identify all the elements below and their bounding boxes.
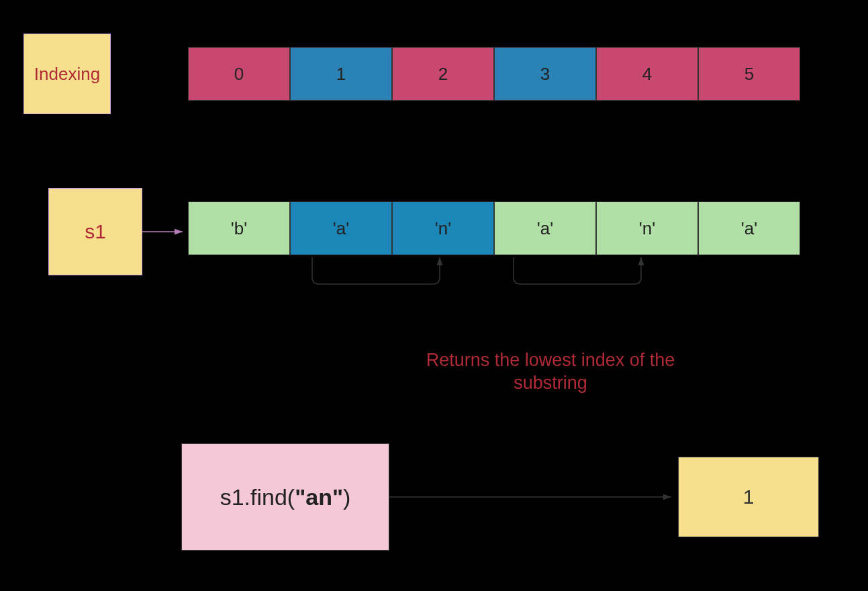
s1-label: s1: [48, 188, 142, 275]
result-box: 1: [678, 457, 819, 537]
index-cell-3: 3: [494, 47, 596, 101]
index-row: 0 1 2 3 4 5: [188, 47, 800, 101]
arrow-find-to-result: [389, 490, 678, 504]
arrow-s1-to-chars: [142, 225, 189, 238]
index-cell-2: 2: [392, 47, 494, 101]
char-cell-3: 'a': [494, 201, 596, 255]
char-cell-0: 'b': [188, 201, 290, 255]
char-cell-4: 'n': [596, 201, 698, 255]
index-cell-5: 5: [698, 47, 800, 101]
find-expression: s1.find("an"): [181, 443, 389, 551]
index-cell-0: 0: [188, 47, 290, 101]
bracket-an-2: [507, 254, 655, 294]
char-cell-5: 'a': [698, 201, 800, 255]
find-arg: "an": [295, 484, 343, 510]
char-row: 'b' 'a' 'n' 'a' 'n' 'a': [188, 201, 800, 255]
find-prefix: s1.find(: [220, 484, 295, 510]
char-cell-2: 'n': [392, 201, 494, 255]
caption-line2: substring: [514, 373, 587, 393]
bracket-an-1: [305, 254, 453, 294]
caption-text: Returns the lowest index of the substrin…: [403, 349, 698, 395]
char-cell-1: 'a': [290, 201, 392, 255]
index-cell-4: 4: [596, 47, 698, 101]
index-cell-1: 1: [290, 47, 392, 101]
caption-line1: Returns the lowest index of the: [426, 350, 675, 370]
find-suffix: ): [343, 484, 350, 510]
indexing-label: Indexing: [23, 34, 111, 114]
